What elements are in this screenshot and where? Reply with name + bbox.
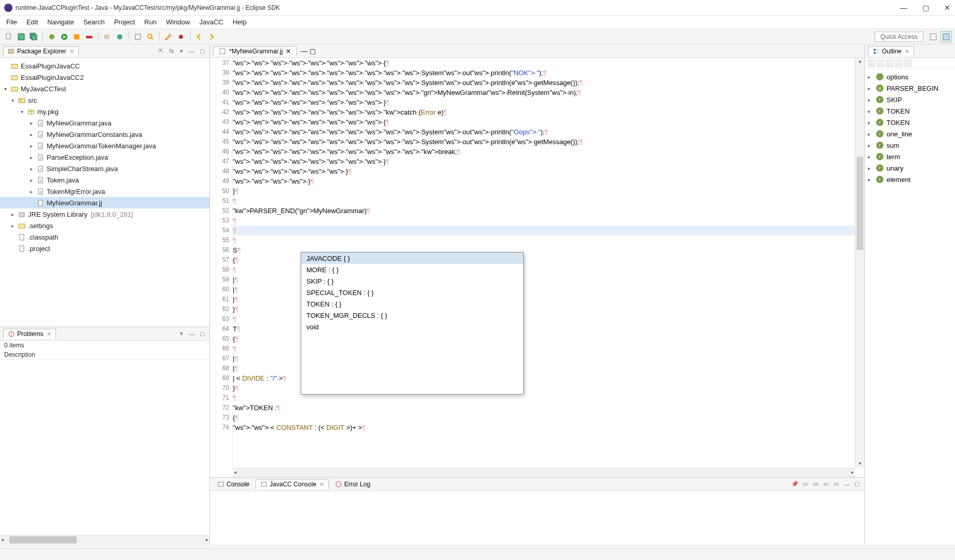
tree-twisty-icon[interactable]: ▸ [28,155,34,160]
outline-item[interactable]: ▸options [865,71,955,82]
maximize-button[interactable]: ▢ [922,4,929,12]
java-perspective-button[interactable] [940,31,952,43]
minimize-icon[interactable]: — [301,47,307,55]
close-icon[interactable]: ✕ [47,331,51,338]
close-icon[interactable]: ✕ [905,48,909,55]
new-class-button[interactable] [114,31,125,43]
scroll-right-icon[interactable]: ▸ [206,537,208,542]
view-menu-icon[interactable]: ▾ [177,47,186,55]
view-menu-icon[interactable]: ▾ [177,330,186,338]
code-line[interactable]: }¶ [233,186,855,196]
toggle-breakpoint-button[interactable] [175,31,187,43]
javacc-console-tab[interactable]: JavaCC Console ✕ [256,479,329,489]
completion-item[interactable]: TOKEN : { } [301,298,523,310]
tree-item[interactable]: ▸JMyNewGrammar.java [0,117,209,129]
tree-twisty-icon[interactable]: ▸ [9,223,16,229]
completion-item[interactable]: SPECIAL_TOKEN : { } [301,287,523,298]
tree-twisty-icon[interactable]: ▸ [868,120,873,125]
code-line[interactable]: "ws">·"ws">·"ws">·"ws">·"ws">·"ws">·"ws"… [233,88,855,97]
tree-item[interactable]: ▾my.pkg [0,106,209,117]
run-button[interactable] [59,31,70,43]
tree-twisty-icon[interactable]: ▸ [868,154,873,160]
tree-twisty-icon[interactable]: ▾ [9,97,16,103]
tree-item[interactable]: .classpath [0,231,209,243]
maximize-icon[interactable]: ▢ [310,47,316,55]
scroll-left-icon[interactable]: ◂ [1,537,4,542]
tree-twisty-icon[interactable]: ▸ [28,166,34,172]
minimize-icon[interactable]: — [188,47,196,55]
tree-item[interactable]: ▸.settings [0,220,209,231]
code-line[interactable]: "ws">·"ws">·"ws">·"ws">·"ws">·"ws">·"ws"… [233,157,855,166]
outline-item[interactable]: ▸sum [865,139,955,151]
tree-twisty-icon[interactable]: ▸ [868,97,873,103]
collapse-all-icon[interactable]: ⇱ [157,47,165,55]
menu-search[interactable]: Search [79,17,109,27]
menu-javacc[interactable]: JavaCC [195,17,227,27]
tree-twisty-icon[interactable]: ▸ [868,131,873,137]
tree-item[interactable]: EssaiPluginJavaCC [0,60,209,72]
code-line[interactable]: "ws">·"ws">·"ws">·"ws">·"ws">·"ws">·"ws"… [233,97,855,107]
hide-static-icon[interactable] [895,59,903,67]
coverage-button[interactable] [71,31,82,43]
tree-twisty-icon[interactable]: ▸ [9,212,16,217]
maximize-icon[interactable]: ▢ [853,480,861,488]
close-button[interactable]: ✕ [944,4,951,12]
code-line[interactable]: "kw">PARSER_END("gn">MyNewGrammar)¶ [233,206,855,216]
scroll-down-icon[interactable]: ▾ [855,460,864,468]
tree-twisty-icon[interactable]: ▾ [19,109,25,115]
problems-column-description[interactable]: Description [0,350,209,360]
editor-tab[interactable]: *MyNewGrammar.jj ✕ [213,46,297,56]
outline-tree[interactable]: ▸options▸PARSER_BEGIN▸SKIP▸TOKEN▸TOKEN▸o… [865,69,955,544]
tree-item[interactable]: ▸JSimpleCharStream.java [0,163,209,174]
clear-console-icon[interactable]: ▭ [811,480,820,488]
menu-project[interactable]: Project [110,17,139,27]
menu-file[interactable]: File [2,17,21,27]
tree-item[interactable]: ▾src [0,94,209,106]
hide-fields-icon[interactable] [886,59,894,67]
back-button[interactable] [193,31,205,43]
code-line[interactable]: ¶ [233,216,855,226]
close-icon[interactable]: ✕ [286,48,291,55]
outline-item[interactable]: ▸term [865,151,955,162]
vertical-scrollbar-thumb[interactable] [856,157,863,250]
code-line[interactable]: "ws">·"ws">·"ws">·"ws">·"ws">·"ws">·}¶ [233,166,855,176]
quick-access-input[interactable]: Quick Access [875,32,923,42]
completion-item[interactable]: void [301,321,523,332]
code-line[interactable]: ¶ [233,235,855,245]
completion-item[interactable]: TOKEN_MGR_DECLS : { } [301,310,523,321]
outline-tab[interactable]: Outline ✕ [868,46,914,56]
completion-item[interactable]: SKIP : { } [301,275,523,287]
code-line[interactable]: ¶ [233,196,855,206]
tree-item[interactable]: ▸JMyNewGrammarConstants.java [0,129,209,140]
save-all-button[interactable] [28,31,39,43]
tree-twisty-icon[interactable]: ▾ [2,86,8,92]
tree-item[interactable]: EssaiPluginJavaCC2 [0,72,209,83]
outline-item[interactable]: ▸PARSER_BEGIN [865,82,955,94]
horizontal-scrollbar-thumb[interactable] [9,536,77,543]
problems-tab[interactable]: Problems ✕ [3,329,56,339]
forward-button[interactable] [206,31,217,43]
tree-twisty-icon[interactable]: ▸ [868,165,873,171]
tree-twisty-icon[interactable]: ▸ [28,132,34,137]
close-icon[interactable]: ✕ [319,481,324,488]
tree-twisty-icon[interactable]: ▸ [28,189,34,194]
package-explorer-tree[interactable]: EssaiPluginJavaCCEssaiPluginJavaCC2▾MyJa… [0,58,209,327]
tree-twisty-icon[interactable]: ▸ [28,143,34,149]
outline-item[interactable]: ▸one_line [865,128,955,139]
completion-item[interactable]: JAVACODE { } [301,253,523,264]
search-button[interactable] [145,31,156,43]
tree-item[interactable]: ▸JMyNewGrammarTokenManager.java [0,140,209,151]
code-line[interactable]: "ws">·"ws">·"ws">·"ws">·"ws">·"ws">·"ws"… [233,58,855,68]
console-tab[interactable]: Console [213,480,254,489]
tree-item[interactable]: ▸JRE System Library[jdk1.8.0_281] [0,208,209,220]
package-explorer-tab[interactable]: Package Explorer ✕ [3,46,79,56]
hide-nonpublic-icon[interactable] [904,59,912,67]
menu-help[interactable]: Help [229,17,251,27]
code-line[interactable]: "ws">·"ws">·"ws">·"ws">·"ws">·"ws">·"ws"… [233,137,855,147]
tree-twisty-icon[interactable]: ▸ [868,74,873,80]
outline-item[interactable]: ▸element [865,174,955,185]
tree-twisty-icon[interactable]: ▸ [868,108,873,114]
content-assist-popup[interactable]: JAVACODE { }MORE : { }SKIP : { }SPECIAL_… [301,252,524,395]
minimize-button[interactable]: — [900,4,907,12]
code-line[interactable]: "ws">·"ws">·"ws">·"ws">·"ws">·"ws">·"ws"… [233,147,855,157]
